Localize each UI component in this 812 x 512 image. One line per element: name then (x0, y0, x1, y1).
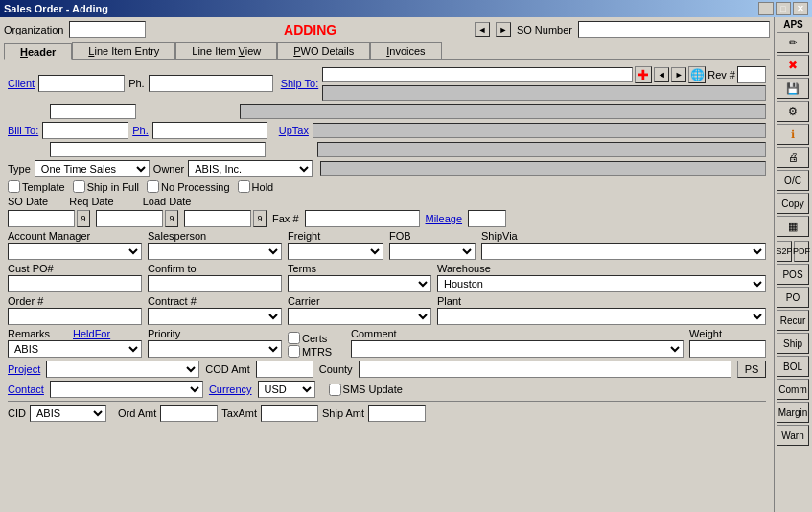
ship-to-globe-btn[interactable]: 🌐 (688, 66, 706, 83)
ship-btn[interactable]: Ship (777, 333, 809, 354)
req-date-input[interactable]: 05/18/17 (96, 210, 163, 227)
no-processing-checkbox[interactable] (147, 180, 159, 193)
organization-input[interactable] (69, 21, 146, 38)
weight-input[interactable]: 0 (689, 340, 766, 358)
ship-in-full-checkbox-label[interactable]: Ship in Full (73, 180, 139, 193)
bill-to-input2[interactable] (50, 142, 266, 157)
warehouse-select[interactable]: Houston (437, 275, 766, 292)
bill-phone-input[interactable] (152, 122, 267, 139)
priority-select[interactable] (148, 340, 282, 358)
ship-to-line4[interactable] (317, 142, 766, 157)
sms-update-label[interactable]: SMS Update (329, 384, 403, 396)
fax-input[interactable] (305, 210, 420, 227)
held-for-select[interactable]: ABIS (8, 340, 142, 358)
print-icon-btn[interactable]: 🖨 (777, 147, 809, 168)
bill-to-link[interactable]: Bill To: (8, 125, 38, 136)
ship-to-link[interactable]: Ship To: (281, 78, 319, 89)
order-input[interactable] (8, 308, 142, 325)
client-link[interactable]: Client (8, 78, 35, 89)
ship-amt-input[interactable]: 0.00 (368, 405, 426, 422)
comment-select[interactable] (351, 340, 684, 358)
close-btn[interactable]: ✕ (793, 2, 808, 15)
minimize-btn[interactable]: _ (758, 2, 774, 15)
bol-btn[interactable]: BOL (777, 356, 809, 377)
template-checkbox[interactable] (8, 180, 20, 193)
po-btn[interactable]: PO (777, 287, 809, 308)
up-tax-link[interactable]: UpTax (279, 125, 309, 136)
tax-amt-input[interactable]: 0.00 (261, 405, 318, 422)
certs-checkbox[interactable] (288, 332, 300, 344)
margin-btn[interactable]: Margin (777, 402, 809, 423)
settings-icon-btn[interactable]: ⚙ (777, 101, 809, 122)
cod-amt-input[interactable]: 0.00 (256, 361, 313, 378)
client-input[interactable] (38, 75, 125, 92)
delete-icon-btn[interactable]: ✖ (777, 55, 809, 76)
project-link[interactable]: Project (8, 363, 40, 375)
tab-line-item-view[interactable]: Line Item View (175, 42, 277, 59)
up-tax-input[interactable] (313, 123, 766, 138)
info-icon-btn[interactable]: ℹ (777, 124, 809, 145)
ord-amt-input[interactable]: 0.00 (160, 405, 218, 422)
oc-btn[interactable]: O/C (777, 170, 809, 191)
warn-btn[interactable]: Warn (777, 425, 809, 446)
cust-po-input[interactable] (8, 275, 142, 292)
acct-mgr-select[interactable] (8, 243, 142, 260)
type-select[interactable]: One Time Sales (35, 160, 150, 177)
salesperson-select[interactable] (148, 243, 282, 260)
req-date-cal-btn[interactable]: 9 (165, 210, 178, 227)
save-icon-btn[interactable]: 💾 (777, 78, 809, 99)
sms-update-checkbox[interactable] (329, 384, 341, 396)
ship-to-line5[interactable] (320, 161, 766, 176)
load-date-cal-btn[interactable]: 9 (253, 210, 267, 227)
hold-checkbox-label[interactable]: Hold (238, 180, 274, 193)
client-input2[interactable] (50, 104, 136, 119)
comm-btn[interactable]: Comm (777, 379, 809, 400)
certs-label[interactable]: Certs (288, 332, 345, 344)
mileage-input[interactable]: 0 (468, 210, 506, 227)
terms-select[interactable] (288, 275, 431, 292)
county-input[interactable] (359, 361, 731, 378)
no-processing-checkbox-label[interactable]: No Processing (147, 180, 230, 193)
ship-to-add-btn[interactable]: ✚ (635, 66, 652, 83)
mtrs-checkbox[interactable] (288, 345, 300, 358)
ship-to-line3[interactable] (240, 104, 766, 119)
hold-checkbox[interactable] (238, 180, 250, 193)
so-date-cal-btn[interactable]: 9 (77, 210, 90, 227)
pos-btn[interactable]: POS (777, 264, 809, 285)
contact-select[interactable] (50, 381, 203, 398)
currency-select[interactable]: USD (258, 381, 315, 398)
tab-line-item-entry[interactable]: Line Item Entry (72, 42, 175, 59)
mileage-link[interactable]: Mileage (426, 213, 463, 224)
carrier-select[interactable] (288, 308, 431, 325)
tab-pwo-details[interactable]: PWO Details (277, 42, 370, 59)
pdf-btn[interactable]: PDF (794, 241, 809, 262)
ps-btn[interactable]: PS (737, 361, 766, 378)
tab-invoices[interactable]: Invoices (370, 42, 441, 59)
ship-to-line2[interactable] (322, 85, 766, 101)
template-checkbox-label[interactable]: Template (8, 180, 65, 193)
cid-select[interactable]: ABIS (30, 405, 106, 422)
contract-select[interactable] (148, 308, 282, 325)
so-number-input[interactable] (578, 21, 770, 38)
copy-btn[interactable]: Copy (777, 193, 809, 214)
so-date-input[interactable]: 05/04/17 (8, 210, 75, 227)
load-date-input[interactable]: 05/18/17 (184, 210, 251, 227)
ship-to-prev-btn[interactable]: ◄ (654, 67, 669, 82)
owner-select[interactable]: ABIS, Inc. (188, 160, 313, 177)
next-nav-btn[interactable]: ► (496, 22, 511, 37)
ship-via-select[interactable] (481, 243, 766, 260)
bill-ph-link[interactable]: Ph. (132, 125, 149, 136)
bill-to-input[interactable] (42, 122, 128, 139)
project-select[interactable] (46, 361, 199, 378)
rev-input[interactable]: 0 (737, 66, 766, 83)
prev-nav-btn[interactable]: ◄ (475, 22, 490, 37)
mtrs-label[interactable]: MTRS (288, 345, 345, 358)
grid-icon-btn[interactable]: ▦ (777, 216, 809, 237)
maximize-btn[interactable]: □ (776, 2, 791, 15)
held-for-link[interactable]: HeldFor (73, 328, 110, 339)
edit-icon-btn[interactable]: ✏ (777, 32, 809, 53)
ship-to-next-btn[interactable]: ► (671, 67, 686, 82)
contact-link[interactable]: Contact (8, 384, 44, 395)
plant-select[interactable] (437, 308, 766, 325)
confirm-to-input[interactable] (148, 275, 282, 292)
